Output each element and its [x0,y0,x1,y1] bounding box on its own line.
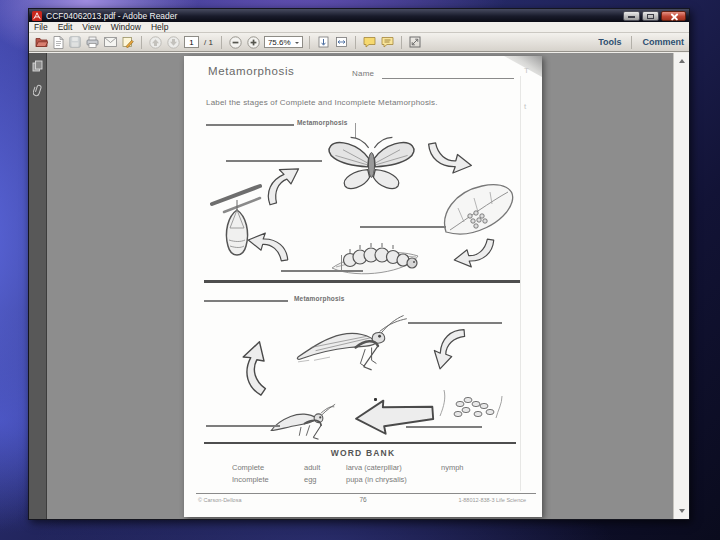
answer-blank [281,270,363,272]
straight-arrow-left [349,395,439,439]
toolbar-separator [631,36,632,49]
fit-width-button[interactable] [334,35,349,50]
section-divider [204,280,520,283]
word-bank-column: adult egg [304,462,320,486]
previous-page-button[interactable] [148,35,163,50]
word-bank-item: adult [304,462,320,474]
highlight-button[interactable] [380,35,395,50]
word-bank-column: Complete Incomplete [232,462,269,486]
fit-width-icon [335,36,348,48]
page-count-label: / 1 [204,38,213,47]
create-pdf-icon [53,36,64,49]
create-pdf-button[interactable] [52,35,65,50]
answer-blank [204,300,288,302]
menu-help[interactable]: Help [151,22,168,32]
print-icon [86,36,99,48]
footer-isbn: 1-88012-838-3 Life Science [458,497,526,503]
sticky-note-button[interactable] [362,35,377,50]
previous-page-icon [149,36,162,49]
desktop-background: CCF04062013.pdf - Adobe Reader File Edit… [0,0,720,540]
print-button[interactable] [85,35,100,50]
highlight-icon [381,36,394,48]
egg-cluster-figure [432,386,506,422]
word-bank-item: pupa (in chrysalis) [346,474,407,486]
page-curl-corner [504,56,542,77]
word-bank-item: larva (caterpillar) [346,462,407,474]
next-page-icon [167,36,180,49]
name-blank-line [382,78,514,79]
answer-blank [226,160,322,162]
adult-grasshopper-figure [282,306,410,381]
fullscreen-button[interactable] [408,35,422,50]
word-bank-title: WORD BANK [184,448,542,458]
zoom-out-button[interactable] [228,35,243,50]
scroll-mode-button[interactable] [316,35,331,50]
maximize-button[interactable] [642,11,659,21]
answer-blank [360,226,446,228]
minimize-button[interactable] [623,11,640,21]
save-button[interactable] [68,35,82,50]
worksheet-title: Metamorphosis [208,65,294,77]
comment-panel-button[interactable]: Comment [642,37,684,47]
window-title: CCF04062013.pdf - Adobe Reader [46,11,623,21]
butterfly-figure [324,134,419,194]
markup-icon [122,36,134,48]
maximize-icon [647,14,654,19]
email-button[interactable] [103,35,118,50]
toolbar-separator [355,36,356,49]
page-number-input[interactable] [184,36,199,48]
curved-arrow-down-right [424,136,476,180]
word-bank-item: Complete [232,462,269,474]
sticky-note-icon [363,36,376,48]
adobe-reader-icon [32,11,42,21]
zoom-in-button[interactable] [246,35,261,50]
word-bank-item: Incomplete [232,474,269,486]
tools-panel-button[interactable]: Tools [598,37,621,47]
scroll-mode-icon [317,36,330,48]
close-button[interactable] [661,11,686,21]
answer-blank [206,124,294,126]
answer-blank [406,426,482,428]
toolbar-separator [401,36,402,49]
markup-button[interactable] [121,35,135,50]
scroll-up-icon[interactable] [679,56,685,63]
word-bank-item: egg [304,474,320,486]
menu-window[interactable]: Window [111,22,141,32]
word-bank-column: nymph [441,462,464,474]
toolbar-separator [309,36,310,49]
zoom-level-dropdown[interactable]: 75.6% [264,36,303,48]
curved-arrow-up [224,331,290,403]
minimize-icon [628,16,635,18]
menu-view[interactable]: View [82,22,100,32]
menu-bar: File Edit View Window Help [29,22,689,33]
label-connector-line [341,255,342,271]
attachments-icon[interactable] [33,84,43,97]
footer-rule [196,493,536,494]
menu-edit[interactable]: Edit [58,22,73,32]
chrysalis-figure [210,178,262,268]
name-label: Name [352,69,374,78]
pdf-page[interactable]: Metamorphosis Name T t Label the stages … [184,56,542,517]
vertical-scrollbar[interactable] [673,53,689,519]
next-page-button[interactable] [166,35,181,50]
margin-mark-bottom: t [524,102,526,111]
page-thumbnails-icon[interactable] [32,60,43,72]
curved-arrow-down-left [450,232,498,274]
word-bank-item: nymph [441,462,464,474]
curved-arrow-down [426,322,472,375]
save-icon [69,36,81,48]
toolbar-separator [141,36,142,49]
leaf-with-eggs-figure [440,180,518,238]
word-bank-divider [204,442,516,444]
fullscreen-icon [409,36,421,48]
open-button[interactable] [34,35,49,50]
section-1-heading: Metamorphosis [297,119,348,126]
chevron-down-icon [295,42,299,46]
document-view-area[interactable]: Metamorphosis Name T t Label the stages … [47,53,673,519]
menu-file[interactable]: File [34,22,48,32]
section-2-heading: Metamorphosis [294,295,345,302]
scroll-down-icon[interactable] [679,509,685,516]
title-bar[interactable]: CCF04062013.pdf - Adobe Reader [29,9,689,22]
adobe-reader-window: CCF04062013.pdf - Adobe Reader File Edit… [28,8,690,520]
zoom-level-value: 75.6% [268,38,291,47]
